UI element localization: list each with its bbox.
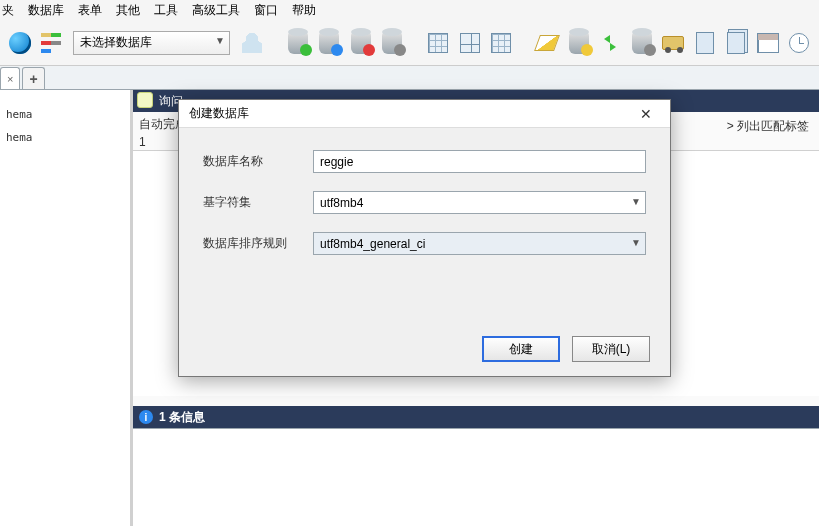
clock-button[interactable] — [786, 28, 813, 58]
user-icon — [242, 33, 262, 53]
sidebar-item[interactable]: hema — [6, 108, 124, 121]
user-button[interactable] — [238, 28, 265, 58]
menu-item[interactable]: 表单 — [78, 2, 102, 19]
menu-item[interactable]: 其他 — [116, 2, 140, 19]
clock-icon — [789, 33, 809, 53]
database-refresh-icon — [569, 32, 589, 54]
db-action-4[interactable] — [378, 28, 405, 58]
chevron-down-icon: ▼ — [631, 237, 641, 248]
tree-button[interactable] — [37, 28, 64, 58]
database-icon — [382, 32, 402, 54]
calendar-icon — [757, 33, 779, 53]
message-header-text: 1 条信息 — [159, 409, 205, 426]
dialog-titlebar: 创建数据库 ✕ — [179, 100, 670, 128]
toolbar: 未选择数据库 ▼ — [0, 20, 819, 66]
db-action-6[interactable] — [628, 28, 655, 58]
table-action-1[interactable] — [425, 28, 452, 58]
table-action-2[interactable] — [456, 28, 483, 58]
sheet-button[interactable] — [691, 28, 718, 58]
charset-select[interactable]: utf8mb4 ▼ — [313, 191, 646, 214]
eraser-button[interactable] — [534, 28, 561, 58]
db-action-1[interactable] — [284, 28, 311, 58]
database-delete-icon — [351, 32, 371, 54]
menu-item[interactable]: 高级工具 — [192, 2, 240, 19]
menu-item[interactable]: 工具 — [154, 2, 178, 19]
menu-item[interactable]: 窗口 — [254, 2, 278, 19]
calendar-button[interactable] — [754, 28, 781, 58]
tree-icon — [41, 33, 61, 53]
chevron-down-icon: ▼ — [631, 196, 641, 207]
db-name-label: 数据库名称 — [203, 153, 313, 170]
connect-button[interactable] — [6, 28, 33, 58]
plus-icon: + — [29, 71, 37, 87]
database-selector-text: 未选择数据库 — [80, 34, 152, 51]
db-action-5[interactable] — [565, 28, 592, 58]
close-icon: × — [7, 73, 13, 85]
create-button[interactable]: 创建 — [482, 336, 560, 362]
match-hint: > 列出匹配标签 — [727, 118, 809, 135]
db-action-2[interactable] — [316, 28, 343, 58]
charset-label: 基字符集 — [203, 194, 313, 211]
message-header: i 1 条信息 — [133, 406, 819, 428]
sidebar: hema hema — [0, 90, 133, 526]
dialog-close-button[interactable]: ✕ — [632, 104, 660, 124]
swap-button[interactable] — [597, 28, 624, 58]
charset-value: utf8mb4 — [320, 196, 363, 210]
cancel-button[interactable]: 取消(L) — [572, 336, 650, 362]
swap-icon — [600, 33, 620, 53]
db-action-3[interactable] — [347, 28, 374, 58]
tab-close[interactable]: × — [0, 67, 20, 89]
table-edit-icon — [460, 33, 480, 53]
collation-select[interactable]: utf8mb4_general_ci ▼ — [313, 232, 646, 255]
table-icon — [428, 33, 448, 53]
truck-icon — [662, 36, 684, 50]
database-add-icon — [288, 32, 308, 54]
sheet-icon — [696, 32, 714, 54]
create-database-dialog: 创建数据库 ✕ 数据库名称 基字符集 utf8mb4 ▼ 数据库排序规则 utf… — [178, 99, 671, 377]
menu-bar: 夹 数据库 表单 其他 工具 高级工具 窗口 帮助 — [0, 0, 819, 20]
message-panel: i 1 条信息 — [133, 406, 819, 526]
collation-value: utf8mb4_general_ci — [320, 237, 425, 251]
info-icon: i — [139, 410, 153, 424]
eraser-icon — [535, 35, 561, 51]
search-icon — [137, 92, 153, 108]
dialog-title: 创建数据库 — [189, 105, 249, 122]
table-view-icon — [491, 33, 511, 53]
database-edit-icon — [319, 32, 339, 54]
sheets-button[interactable] — [723, 28, 750, 58]
truck-button[interactable] — [660, 28, 687, 58]
database-selector[interactable]: 未选择数据库 ▼ — [73, 31, 230, 55]
globe-icon — [9, 32, 31, 54]
tab-strip: × + — [0, 66, 819, 90]
chevron-down-icon: ▼ — [215, 35, 225, 46]
database-sync-icon — [632, 32, 652, 54]
sidebar-item[interactable]: hema — [6, 131, 124, 144]
collation-label: 数据库排序规则 — [203, 235, 313, 252]
menu-item[interactable]: 夹 — [2, 2, 14, 19]
sheets-icon — [727, 32, 745, 54]
menu-item[interactable]: 数据库 — [28, 2, 64, 19]
menu-item[interactable]: 帮助 — [292, 2, 316, 19]
message-body — [133, 428, 819, 526]
tab-add[interactable]: + — [22, 67, 44, 89]
table-action-3[interactable] — [488, 28, 515, 58]
db-name-input[interactable] — [313, 150, 646, 173]
